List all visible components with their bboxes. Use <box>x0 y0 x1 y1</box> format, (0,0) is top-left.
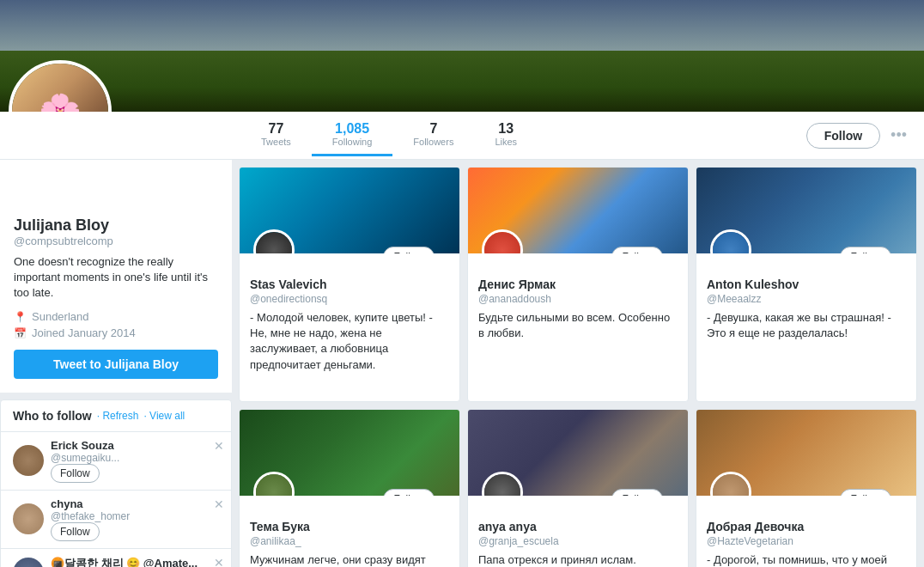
card-text-1: Будьте сильными во всем. Особенно в любв… <box>478 310 678 341</box>
card-text-2: - Девушка, какая же вы страшная! - Это я… <box>707 310 906 341</box>
banner-field <box>0 51 924 113</box>
following-stat[interactable]: 1,085 Following <box>312 114 392 156</box>
profile-info: Julijana Bloy @compsubtrelcomp One doesn… <box>0 160 232 393</box>
wtf-handle-1: @thefake_homer <box>51 510 219 522</box>
wtf-info-1: chyna @thefake_homer Follow <box>51 497 219 541</box>
card-follow-button-4[interactable]: Follow <box>611 489 664 496</box>
wtf-handle-0: @sumegaiku... <box>51 452 219 464</box>
card-more-icon-5[interactable]: ••• <box>895 491 909 496</box>
wtf-item-2: 🍘달콤한 채리 😊 @Amate... Follow ✕ <box>1 549 231 567</box>
tweets-count: 77 <box>269 121 284 137</box>
wtf-avatar-2 <box>13 558 44 567</box>
wtf-avatar-1 <box>13 503 44 534</box>
wtf-avatar-0 <box>13 445 44 476</box>
wtf-refresh[interactable]: · Refresh <box>97 410 139 422</box>
wtf-follow-button-1[interactable]: Follow <box>51 522 100 541</box>
location-icon <box>14 310 27 323</box>
more-options-icon[interactable]: ••• <box>887 123 910 148</box>
wtf-header: Who to follow · Refresh · View all <box>1 400 231 432</box>
profile-joined: Joined January 2014 <box>14 326 218 339</box>
card-banner-5: Follow ••• <box>696 410 916 496</box>
banner-sky <box>0 0 924 56</box>
card-2[interactable]: Follow ••• Anton Kuleshov @Meeaalzz - Де… <box>696 167 917 402</box>
who-to-follow: Who to follow · Refresh · View all Erick… <box>0 399 232 567</box>
card-handle-5: @HazteVegetarian <box>707 535 906 547</box>
card-avatar-img-1 <box>484 232 520 253</box>
card-avatar-img-3 <box>256 474 292 496</box>
following-count: 1,085 <box>335 121 369 137</box>
card-avatar-5 <box>710 472 751 496</box>
card-banner-1: Follow ••• <box>468 168 688 253</box>
profile-bio: One doesn't recognize the really importa… <box>14 254 218 302</box>
card-3[interactable]: Follow ••• Тема Бука @anilikaa_ Мужчинам… <box>239 409 460 567</box>
wtf-close-2[interactable]: ✕ <box>214 556 224 567</box>
card-follow-button-2[interactable]: Follow <box>840 247 892 253</box>
followers-stat[interactable]: 7 Followers <box>392 114 474 156</box>
card-body-4: anya anya @granja_escuela Папа отрекся и… <box>468 496 688 567</box>
profile-location: Sunderland <box>14 310 218 323</box>
card-name-0: Stas Valevich <box>250 277 449 291</box>
wtf-follow-button-0[interactable]: Follow <box>51 464 100 483</box>
card-body-2: Anton Kuleshov @Meeaalzz - Девушка, кака… <box>696 253 916 351</box>
sidebar: Julijana Bloy @compsubtrelcomp One doesn… <box>0 160 232 567</box>
card-banner-2: Follow ••• <box>696 168 916 253</box>
card-handle-2: @Meeaalzz <box>707 293 906 305</box>
card-0[interactable]: Follow ••• Stas Valevich @onedirectionsq… <box>239 167 460 402</box>
card-more-icon-1[interactable]: ••• <box>666 249 681 253</box>
card-avatar-4 <box>482 472 523 496</box>
follow-button[interactable]: Follow <box>806 123 880 149</box>
card-1[interactable]: Follow ••• Денис Ярмак @ananaddoush Будь… <box>467 167 689 402</box>
wtf-name-2: 🍘달콤한 채리 😊 @Amate... <box>51 556 219 567</box>
card-more-icon-4[interactable]: ••• <box>666 491 681 496</box>
card-avatar-3 <box>253 472 295 496</box>
wtf-info-0: Erick Souza @sumegaiku... Follow <box>51 439 219 483</box>
card-more-icon-2[interactable]: ••• <box>895 249 909 253</box>
card-name-2: Anton Kuleshov <box>707 277 906 291</box>
likes-count: 13 <box>498 121 514 137</box>
card-body-3: Тема Бука @anilikaa_ Мужчинам легче, они… <box>240 496 459 567</box>
wtf-item-0: Erick Souza @sumegaiku... Follow ✕ <box>1 432 231 491</box>
wtf-name-1: chyna <box>51 497 219 510</box>
card-banner-4: Follow ••• <box>468 410 688 496</box>
calendar-icon <box>14 326 27 339</box>
wtf-close-0[interactable]: ✕ <box>214 439 224 453</box>
card-text-4: Папа отрекся и принял ислам. <box>478 552 678 567</box>
tweets-stat[interactable]: 77 Tweets <box>240 114 312 156</box>
card-more-icon-0[interactable]: ••• <box>438 249 453 253</box>
profile-name: Julijana Bloy <box>14 216 218 235</box>
card-4[interactable]: Follow ••• anya anya @granja_escuela Пап… <box>467 409 689 567</box>
card-follow-button-5[interactable]: Follow <box>840 489 892 496</box>
joined-text: Joined January 2014 <box>32 326 136 339</box>
card-actions-1: Follow ••• <box>611 247 682 253</box>
card-follow-button-0[interactable]: Follow <box>383 247 435 253</box>
profile-handle: @compsubtrelcomp <box>14 235 218 247</box>
profile-banner: 🌸 <box>0 0 924 112</box>
card-avatar-img-0 <box>256 232 292 253</box>
wtf-item-1: chyna @thefake_homer Follow ✕ <box>1 491 231 549</box>
card-actions-4: Follow ••• <box>611 489 682 496</box>
card-body-1: Денис Ярмак @ananaddoush Будьте сильными… <box>468 253 688 351</box>
card-actions-5: Follow ••• <box>840 489 910 496</box>
wtf-title: Who to follow <box>13 409 92 423</box>
card-actions-2: Follow ••• <box>840 247 910 253</box>
card-5[interactable]: Follow ••• Добрая Девочка @HazteVegetari… <box>696 409 917 567</box>
main-content: Julijana Bloy @compsubtrelcomp One doesn… <box>0 160 924 567</box>
card-banner-3: Follow ••• <box>240 410 459 496</box>
likes-stat[interactable]: 13 Likes <box>474 114 538 156</box>
wtf-close-1[interactable]: ✕ <box>214 497 224 511</box>
wtf-view-all[interactable]: · View all <box>143 410 185 422</box>
card-more-icon-3[interactable]: ••• <box>438 491 453 496</box>
card-body-5: Добрая Девочка @HazteVegetarian - Дорого… <box>696 496 916 567</box>
card-avatar-2 <box>710 229 751 253</box>
card-follow-button-1[interactable]: Follow <box>611 247 664 253</box>
card-follow-button-3[interactable]: Follow <box>383 489 435 496</box>
tweet-button[interactable]: Tweet to Julijana Bloy <box>14 350 218 379</box>
card-avatar-0 <box>253 229 295 253</box>
card-avatar-img-5 <box>713 474 749 496</box>
followers-count: 7 <box>429 121 437 137</box>
stats-actions: Follow ••• <box>793 123 924 149</box>
tweets-label: Tweets <box>261 137 291 147</box>
card-handle-4: @granja_escuela <box>478 535 678 547</box>
followers-label: Followers <box>413 137 453 147</box>
card-avatar-img-2 <box>713 232 749 253</box>
